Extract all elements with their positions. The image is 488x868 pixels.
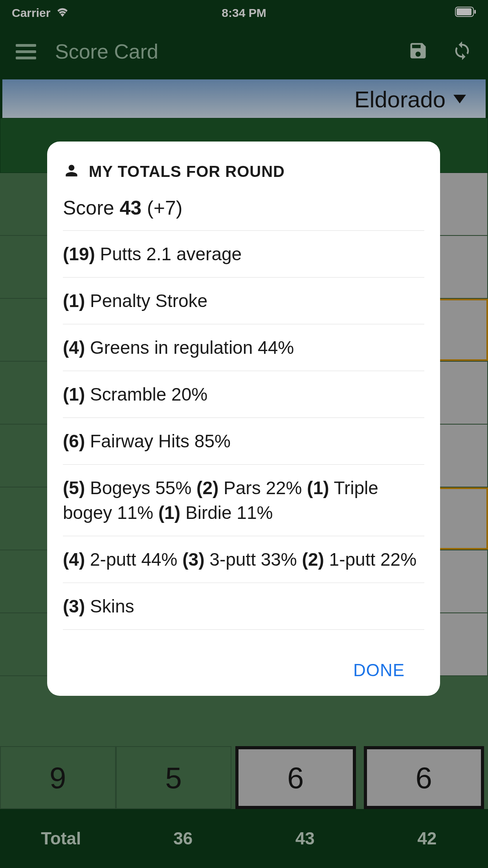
stat-putt-dist: (4) 2-putt 44% (3) 3-putt 33% (2) 1-putt… (63, 547, 424, 583)
score-summary: Score 43 (+7) (63, 197, 424, 231)
stat-scramble: (1) Scramble 20% (63, 382, 424, 418)
stat-gir: (4) Greens in regulation 44% (63, 335, 424, 371)
stat-fairway: (6) Fairway Hits 85% (63, 429, 424, 465)
person-icon (63, 162, 80, 181)
stat-putts: (19) Putts 2.1 average (63, 242, 424, 278)
totals-modal: MY TOTALS FOR ROUND Score 43 (+7) (19) P… (47, 142, 440, 696)
stat-score-dist: (5) Bogeys 55% (2) Pars 22% (1) Triple b… (63, 476, 424, 536)
done-button[interactable]: DONE (353, 660, 405, 680)
stat-penalty: (1) Penalty Stroke (63, 289, 424, 324)
modal-title: MY TOTALS FOR ROUND (89, 163, 285, 180)
stat-skins: (3) Skins (63, 594, 424, 630)
